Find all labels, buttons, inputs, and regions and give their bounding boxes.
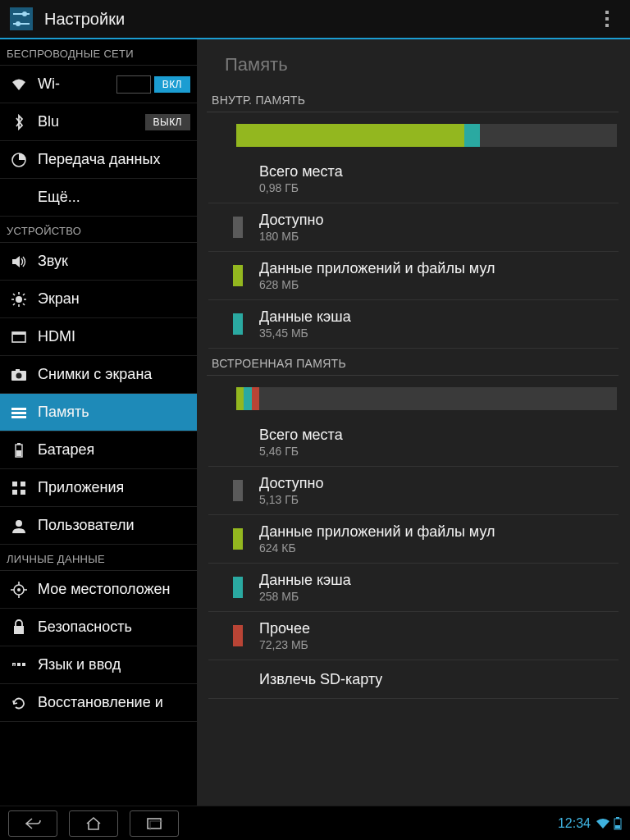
recents-button[interactable] <box>130 810 179 837</box>
svg-point-21 <box>16 372 22 378</box>
svg-rect-25 <box>11 416 26 418</box>
sidebar-item-bt[interactable]: BluВЫКЛ <box>0 103 197 141</box>
toggle-bt[interactable]: ВЫКЛ <box>145 114 191 130</box>
status-clock: 12:34 <box>558 816 591 831</box>
sidebar-item-datausage[interactable]: Передача данных <box>0 141 197 179</box>
svg-point-35 <box>17 588 21 591</box>
storage-row[interactable]: Данные кэша35,45 МБ <box>208 300 619 349</box>
svg-rect-22 <box>16 369 20 372</box>
storage-row[interactable]: Извлечь SD-карту <box>208 660 619 699</box>
storage-row[interactable]: Прочее72,23 МБ <box>208 612 619 660</box>
svg-point-33 <box>16 520 22 527</box>
battery-icon <box>8 440 30 461</box>
storage-row-title: Доступно <box>259 212 324 229</box>
svg-line-17 <box>13 304 15 305</box>
sidebar-item-display[interactable]: Экран <box>0 281 197 318</box>
storage-row-sub: 180 МБ <box>259 230 324 243</box>
sidebar-item-label: Восстановление и <box>38 694 190 711</box>
sidebar-item-language[interactable]: AЯзык и ввод <box>0 646 197 684</box>
sidebar-item-wifi[interactable]: Wi- ВКЛ <box>0 66 197 103</box>
sidebar-item-apps[interactable]: Приложения <box>0 469 197 507</box>
color-swatch <box>233 577 243 598</box>
sidebar-item-label: Wi- <box>38 75 116 93</box>
sidebar-item-label: Память <box>38 404 190 421</box>
sidebar-section-header: ЛИЧНЫЕ ДАННЫЕ <box>0 545 197 571</box>
storage-row[interactable]: Данные приложений и файлы мул628 МБ <box>208 252 619 300</box>
storage-row-title: Прочее <box>259 620 310 637</box>
storage-bar-segment <box>252 387 259 410</box>
svg-point-4 <box>16 21 21 26</box>
sidebar-item-label: Blu <box>38 113 145 130</box>
svg-line-14 <box>13 294 15 295</box>
settings-icon <box>7 4 36 34</box>
storage-row-sub: 35,45 МБ <box>259 326 351 340</box>
svg-rect-30 <box>21 482 25 486</box>
storage-row[interactable]: Всего места0,98 ГБ <box>208 155 619 203</box>
settings-sidebar: БЕСПРОВОДНЫЕ СЕТИWi- ВКЛBluВЫКЛПередача … <box>0 39 197 806</box>
sidebar-item-label: Мое местоположен <box>38 581 190 598</box>
sidebar-item-users[interactable]: Пользователи <box>0 507 197 545</box>
color-swatch <box>233 313 243 335</box>
svg-rect-28 <box>16 450 21 456</box>
storage-row-sub: 5,46 ГБ <box>259 445 343 458</box>
svg-rect-29 <box>12 482 17 486</box>
overflow-menu-button[interactable] <box>591 2 623 35</box>
storage-row[interactable]: Доступно5,13 ГБ <box>208 467 619 515</box>
sidebar-item-label: Язык и ввод <box>38 656 190 673</box>
storage-row[interactable]: Всего места5,46 ГБ <box>208 418 619 467</box>
back-button[interactable] <box>8 810 57 837</box>
sidebar-item-screenshot[interactable]: Снимки с экрана <box>0 356 197 394</box>
color-swatch <box>233 625 243 646</box>
storage-bar-segment <box>464 124 480 147</box>
home-button[interactable] <box>69 810 118 837</box>
sidebar-item-backup[interactable]: Восстановление и <box>0 684 197 722</box>
storage-icon <box>8 402 30 423</box>
storage-row[interactable]: Данные кэша258 МБ <box>208 564 619 612</box>
battery-status-icon <box>614 817 622 830</box>
sidebar-item-label: Звук <box>38 253 190 270</box>
action-bar: Настройки <box>0 0 630 39</box>
storage-bar-segment <box>244 387 251 410</box>
users-icon <box>8 515 30 536</box>
storage-bar <box>236 124 617 147</box>
sidebar-item-security[interactable]: Безопасность <box>0 609 197 646</box>
storage-row[interactable]: Данные приложений и файлы мул624 КБ <box>208 515 619 564</box>
display-icon <box>8 289 30 310</box>
page-title: Настройки <box>44 10 125 29</box>
wifi-status-icon <box>596 818 610 829</box>
storage-row-title: Всего места <box>259 427 343 444</box>
storage-bar-segment <box>236 124 464 147</box>
sidebar-section-header: БЕСПРОВОДНЫЕ СЕТИ <box>0 39 197 66</box>
storage-row-title: Данные кэша <box>259 572 351 589</box>
svg-rect-5 <box>605 11 609 14</box>
storage-row[interactable]: Доступно180 МБ <box>208 203 619 252</box>
storage-category-header: ВНУТР. ПАМЯТЬ <box>207 85 619 112</box>
sidebar-item-label: Приложения <box>38 479 190 496</box>
storage-row-sub: 628 МБ <box>259 278 495 291</box>
svg-rect-0 <box>10 7 33 30</box>
location-icon <box>8 579 30 600</box>
storage-row-sub: 624 КБ <box>259 541 495 555</box>
svg-rect-45 <box>148 819 161 829</box>
storage-row-title: Данные приложений и файлы мул <box>259 523 495 541</box>
sidebar-item-storage[interactable]: Память <box>0 394 197 431</box>
wifi-icon <box>8 74 30 95</box>
camera-icon <box>8 364 30 386</box>
data-icon <box>8 149 30 171</box>
sidebar-item-hdmi[interactable]: HDMI <box>0 318 197 356</box>
sidebar-item-sound[interactable]: Звук <box>0 243 197 281</box>
sidebar-item-location[interactable]: Мое местоположен <box>0 571 197 609</box>
svg-rect-40 <box>14 626 24 634</box>
sidebar-item-label: Передача данных <box>38 151 190 168</box>
toggle-wifi[interactable]: ВКЛ <box>154 76 190 93</box>
svg-rect-6 <box>605 17 609 21</box>
sidebar-item-more[interactable]: Ещё... <box>0 179 197 217</box>
sound-icon <box>8 251 30 272</box>
sidebar-section-header: УСТРОЙСТВО <box>0 217 197 243</box>
sidebar-item-label: Экран <box>38 290 190 308</box>
svg-rect-27 <box>17 443 21 445</box>
content-pane: Память ВНУТР. ПАМЯТЬВсего места0,98 ГБДо… <box>197 39 630 806</box>
svg-rect-19 <box>12 332 25 335</box>
sidebar-item-battery[interactable]: Батарея <box>0 431 197 469</box>
sidebar-item-label: HDMI <box>38 328 190 345</box>
